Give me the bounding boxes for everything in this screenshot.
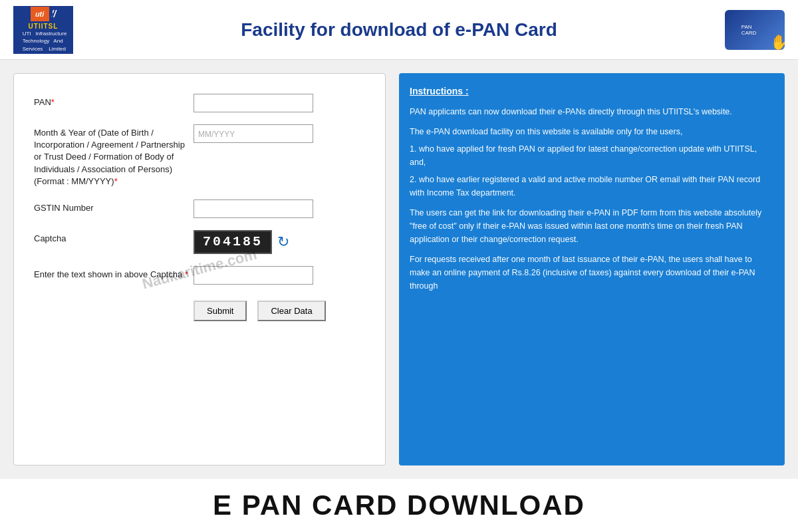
instruction-p6: For requests received after one month of… <box>410 253 774 293</box>
submit-button[interactable]: Submit <box>194 301 247 321</box>
utiitsl-logo: uti // UTIITSL UTI InfrastructureTechnol… <box>13 6 73 54</box>
pan-card-image: PANCARD <box>725 10 785 50</box>
dob-row: Month & Year of (Date of Birth / Incorpo… <box>34 124 365 188</box>
instruction-p3: 1. who have applied for fresh PAN or app… <box>410 142 774 169</box>
gstin-row: GSTIN Number <box>34 200 365 218</box>
main-content: Naukaritime.com PAN* Month & Year of (Da… <box>0 60 798 479</box>
instruction-p1: PAN applicants can now download their e-… <box>410 105 774 118</box>
instructions-panel: Instructions : PAN applicants can now do… <box>399 73 785 466</box>
clear-data-button[interactable]: Clear Data <box>257 301 325 321</box>
captcha-input[interactable] <box>194 266 313 285</box>
utiitsl-label: UTIITSL <box>29 23 59 30</box>
pan-row: PAN* <box>34 94 365 112</box>
captcha-input-label: Enter the text shown in above Captcha * <box>34 266 194 281</box>
captcha-display-row: Captcha 704185 ↻ <box>34 230 365 254</box>
instruction-p5: The users can get the link for downloadi… <box>410 206 774 246</box>
gstin-label: GSTIN Number <box>34 200 194 214</box>
bottom-banner: E PAN CARD DOWNLOAD <box>0 479 798 532</box>
page-header: uti // UTIITSL UTI InfrastructureTechnol… <box>0 0 798 60</box>
captcha-image: 704185 <box>194 230 272 254</box>
gstin-input[interactable] <box>194 200 313 218</box>
logo-uti-row: uti // <box>31 7 57 21</box>
dob-input[interactable] <box>194 124 313 143</box>
form-actions: Submit Clear Data <box>34 301 365 321</box>
captcha-input-row: Enter the text shown in above Captcha * <box>34 266 365 285</box>
bottom-banner-text: E PAN CARD DOWNLOAD <box>213 489 585 521</box>
page-title: Facility for download of e-PAN Card <box>86 19 712 41</box>
instruction-p2: The e-PAN download facility on this webs… <box>410 125 774 138</box>
uti-icon: uti <box>31 7 49 21</box>
instructions-title: Instructions : <box>410 84 774 98</box>
logo-tagline: UTI InfrastructureTechnology AndServices… <box>23 30 67 53</box>
pan-input[interactable] <box>194 94 313 112</box>
form-panel: Naukaritime.com PAN* Month & Year of (Da… <box>13 73 386 466</box>
dob-label: Month & Year of (Date of Birth / Incorpo… <box>34 124 194 188</box>
pan-label: PAN* <box>34 94 194 108</box>
captcha-box: 704185 ↻ <box>194 230 289 254</box>
instruction-p4: 2. who have earlier registered a valid a… <box>410 173 774 200</box>
captcha-label: Captcha <box>34 230 194 245</box>
logo-area: uti // UTIITSL UTI InfrastructureTechnol… <box>13 6 73 54</box>
captcha-refresh-button[interactable]: ↻ <box>277 233 289 251</box>
